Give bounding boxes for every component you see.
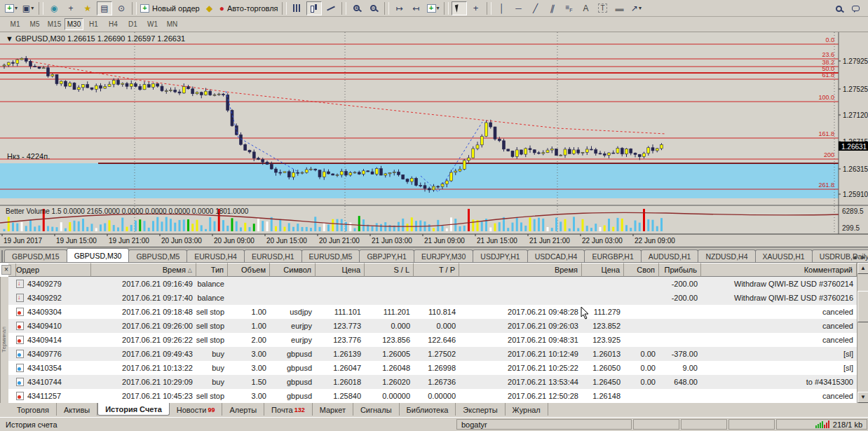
terminal-tab-почта[interactable]: Почта132 (264, 403, 313, 416)
timeframe-button-d1[interactable]: D1 (123, 18, 142, 30)
channel-button[interactable]: ∥ (545, 1, 560, 15)
bar-chart-button[interactable] (290, 1, 305, 15)
table-row[interactable]: 434094102017.06.21 09:26:00sell stop1.00… (8, 319, 857, 333)
table-row[interactable]: 434107442017.06.21 10:29:09buy1.50gbpusd… (8, 375, 857, 389)
terminal-tab-торговля[interactable]: Торговля (10, 403, 57, 416)
column-header-8[interactable]: Время (459, 263, 582, 277)
text-button[interactable]: A (578, 1, 594, 15)
terminal-tab-сигналы[interactable]: Сигналы (353, 403, 400, 416)
terminal-tab-история-счета[interactable]: История Счета (97, 403, 170, 416)
tabs-scroll-right-icon[interactable]: ► (860, 254, 867, 261)
chart-tab-usdjpy-h1[interactable]: USDJPY,H1 (473, 249, 527, 262)
chart-tab-nzdusd-h4[interactable]: NZDUSD,H4 (698, 249, 755, 262)
chart-tab-gbpusd-m30[interactable]: GBPUSD,M30 (67, 248, 130, 262)
chart-tab-gbpusd-m5[interactable]: GBPUSD,M5 (128, 249, 187, 262)
column-header-6[interactable]: S / L (365, 263, 414, 277)
timeframe-button-m30[interactable]: M30 (65, 18, 83, 30)
arrows-button[interactable]: ↗▾ (629, 1, 644, 15)
cell-col12: [sl] (701, 347, 857, 361)
chart-tab-eurgbp-h1[interactable]: EURGBP,H1 (584, 249, 641, 262)
line-chart-button[interactable] (323, 1, 339, 15)
candlestick-button[interactable] (306, 1, 322, 15)
terminal-tab-эксперты[interactable]: Эксперты (456, 403, 505, 416)
column-header-0[interactable]: Ордер (13, 263, 91, 277)
terminal-tab-новости[interactable]: Новости99 (170, 403, 223, 416)
data-window-button[interactable]: + (63, 1, 79, 15)
tabs-scroll-left-icon[interactable]: ◄ (851, 254, 857, 261)
new-chart-button[interactable]: +▾ (4, 1, 19, 15)
horizontal-line-button[interactable]: ─ (511, 1, 527, 15)
cell-col0: 43409304 (13, 305, 91, 319)
metaeditor-button[interactable]: ◆ (202, 1, 217, 15)
chart-canvas[interactable]: 0.023.638.250.061.8100.0161.8200261.8Bet… (0, 32, 868, 247)
chart-tab-xauusd-h1[interactable]: XAUUSD,H1 (755, 249, 813, 262)
terminal-button[interactable]: ▤ (97, 1, 112, 15)
terminal-tab-алерты[interactable]: Алерты (222, 403, 264, 416)
market-watch-button[interactable]: ◉ (46, 1, 62, 15)
timeframe-button-m5[interactable]: M5 (25, 18, 44, 30)
timeframe-button-h1[interactable]: H1 (84, 18, 103, 30)
column-header-3[interactable]: Объем (228, 263, 270, 277)
chart-shift-button[interactable]: ↤ (409, 1, 424, 15)
crosshair-button[interactable]: + (468, 1, 484, 15)
new-order-button[interactable]: +Новый ордер (140, 1, 201, 15)
table-row[interactable]: 434093042017.06.21 09:18:48sell stop1.00… (8, 305, 857, 319)
scrollbar-thumb[interactable] (857, 291, 868, 322)
strategy-tester-button[interactable]: ⊙ (114, 1, 129, 15)
chart-tab-usdcad-h4[interactable]: USDCAD,H4 (527, 249, 585, 262)
column-header-11[interactable]: Прибыль (659, 263, 701, 277)
fibonacci-button[interactable]: ≡F (562, 1, 577, 15)
column-header-5[interactable]: Цена (316, 263, 365, 277)
chart-tab-audusd-h1[interactable]: AUDUSD,H1 (641, 249, 699, 262)
text-label-button[interactable]: T (595, 1, 611, 15)
table-row[interactable]: 434092792017.06.21 09:16:49balance-200.0… (8, 277, 857, 291)
chart-area[interactable]: 0.023.638.250.061.8100.0161.8200261.8Bet… (0, 32, 868, 247)
traffic-label: 218/1 kb (833, 420, 862, 429)
table-row[interactable]: 434092922017.06.21 09:17:40balance-200.0… (8, 291, 857, 305)
navigator-button[interactable]: ★ (80, 1, 95, 15)
profiles-button[interactable]: ▣▾ (20, 1, 36, 15)
terminal-tab-журнал[interactable]: Журнал (506, 403, 548, 416)
column-header-9[interactable]: Цена (582, 263, 624, 277)
zoom-out-button[interactable]: − (366, 1, 381, 15)
timeframe-button-w1[interactable]: W1 (143, 18, 162, 30)
scroll-up-icon[interactable]: ▲ (857, 263, 868, 274)
chart-tab-eurusd-h1[interactable]: EURUSD,H1 (244, 249, 302, 262)
shapes-button[interactable]: ▬ (612, 1, 628, 15)
scroll-down-icon[interactable]: ▼ (857, 392, 868, 403)
timeframe-button-mn[interactable]: MN (163, 18, 182, 30)
chart-tab-eurjpy-m30[interactable]: EURJPY,M30 (414, 249, 473, 262)
column-header-2[interactable]: Тип (196, 263, 228, 277)
search-button[interactable] (831, 1, 846, 15)
timeframe-button-m1[interactable]: M1 (6, 18, 25, 30)
cursor-button[interactable] (452, 1, 467, 15)
zoom-in-button[interactable]: + (349, 1, 365, 15)
column-header-1[interactable]: Время△ (91, 263, 196, 277)
column-header-7[interactable]: T / P (414, 263, 459, 277)
chart-tab-gbpusd-m15[interactable]: GBPUSD,M15 (4, 249, 67, 262)
table-row[interactable]: 434097762017.06.21 09:49:43buy3.00gbpusd… (8, 347, 857, 361)
column-header-12[interactable]: Комментарий (701, 263, 857, 277)
terminal-tab-активы[interactable]: Активы (57, 403, 97, 416)
timeframe-button-h4[interactable]: H4 (104, 18, 123, 30)
chart-tab-gbpjpy-h1[interactable]: GBPJPY,H1 (359, 249, 414, 262)
terminal-tab-маркет[interactable]: Маркет (313, 403, 353, 416)
autotrading-button[interactable]: ●Авто-торговля (219, 1, 279, 15)
terminal-tab-библиотека[interactable]: Библиотека (400, 403, 456, 416)
status-connection: 218/1 kb (776, 419, 867, 430)
table-row[interactable]: 434112572017.06.21 10:45:23sell stop3.00… (8, 389, 857, 403)
trendline-button[interactable]: ╱ (528, 1, 543, 15)
terminal-scrollbar[interactable]: ▲ ▼ (857, 263, 868, 403)
vertical-line-button[interactable]: │ (494, 1, 510, 15)
community-button[interactable] (848, 1, 863, 15)
column-header-10[interactable]: Своп (624, 263, 659, 277)
timeframe-button-m15[interactable]: M15 (45, 18, 64, 30)
chart-tab-eurusd-m5[interactable]: EURUSD,M5 (301, 249, 360, 262)
chart-tab-eurusd-h4[interactable]: EURUSD,H4 (187, 249, 245, 262)
table-row[interactable]: 434103542017.06.21 10:13:22buy3.00gbpusd… (8, 361, 857, 375)
terminal-close-button[interactable]: × (1, 265, 11, 275)
auto-scroll-button[interactable]: ↦ (392, 1, 407, 15)
column-header-4[interactable]: Символ (270, 263, 316, 277)
indicators-button[interactable]: +▾ (426, 1, 441, 15)
table-row[interactable]: 434094142017.06.21 09:26:22sell stop2.00… (8, 333, 857, 347)
